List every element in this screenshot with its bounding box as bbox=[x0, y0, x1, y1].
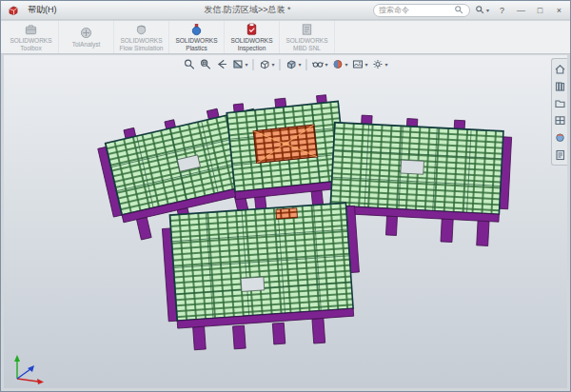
tab-label: SOLIDWORKS bbox=[230, 37, 272, 44]
mbd-icon bbox=[300, 23, 314, 36]
display-style-icon[interactable]: ▾ bbox=[284, 57, 302, 71]
tab-label: Plastics bbox=[186, 45, 207, 51]
search-placeholder: 搜索命令 bbox=[379, 5, 451, 15]
toolbar-separator bbox=[252, 59, 253, 70]
tab-label: Inspection bbox=[238, 45, 266, 51]
maximize-button[interactable]: □ bbox=[532, 3, 548, 17]
app-logo-icon bbox=[7, 4, 20, 17]
view-orientation-icon[interactable]: ▾ bbox=[257, 57, 275, 71]
heads-up-view-toolbar: ▾ ▾ ▾ bbox=[178, 56, 392, 72]
view-palette-icon[interactable] bbox=[554, 114, 566, 127]
apply-scene-icon[interactable]: ▾ bbox=[351, 57, 369, 71]
view-settings-icon[interactable]: ▾ bbox=[371, 57, 389, 71]
tab-label: Toolbox bbox=[20, 45, 41, 51]
chevron-down-icon: ▾ bbox=[298, 62, 301, 68]
ribbon-tab-mbd-snl[interactable]: SOLIDWORKS MBD SNL bbox=[280, 21, 335, 53]
file-explorer-icon[interactable] bbox=[554, 97, 566, 109]
solidworks-resources-icon[interactable] bbox=[554, 63, 566, 75]
tolanalyst-icon bbox=[79, 26, 93, 40]
chevron-down-icon: ▾ bbox=[325, 62, 327, 68]
ribbon-tab-tolanalyst[interactable]: TolAnalyst bbox=[59, 21, 114, 53]
graphics-viewport[interactable]: ▾ ▾ ▾ bbox=[4, 55, 567, 388]
menu-item-help[interactable]: 帮助(H) bbox=[23, 4, 62, 16]
tab-label: SOLIDWORKS bbox=[175, 37, 217, 44]
search-scope-dropdown[interactable]: ▾ bbox=[473, 5, 491, 15]
plastics-icon bbox=[189, 23, 204, 36]
tab-label: Flow Simulation bbox=[120, 45, 164, 51]
ribbon-tab-solidworks-toolbox[interactable]: SOLIDWORKS Toolbox bbox=[4, 21, 59, 53]
toolbox-icon bbox=[24, 23, 38, 36]
zoom-to-area-icon[interactable] bbox=[198, 57, 212, 71]
titlebar-right: 搜索命令 ▾ ? — □ × bbox=[373, 3, 567, 17]
close-button[interactable]: × bbox=[551, 3, 567, 17]
design-library-icon[interactable] bbox=[554, 80, 566, 92]
assembly-model-view[interactable] bbox=[4, 55, 567, 388]
minimize-button[interactable]: — bbox=[513, 3, 529, 17]
chevron-down-icon: ▾ bbox=[271, 62, 274, 68]
toolbar-separator bbox=[305, 59, 306, 70]
task-pane-strip bbox=[551, 58, 567, 166]
ribbon-tab-plastics[interactable]: SOLIDWORKS Plastics bbox=[169, 21, 225, 53]
flow-simulation-icon bbox=[134, 23, 148, 36]
appearances-scenes-icon[interactable] bbox=[554, 131, 566, 144]
coordinate-triad bbox=[10, 350, 48, 384]
chevron-down-icon: ▾ bbox=[486, 8, 489, 13]
zoom-to-fit-icon[interactable] bbox=[182, 57, 196, 71]
tab-label: MBD SNL bbox=[293, 45, 321, 51]
tab-label: SOLIDWORKS bbox=[120, 37, 162, 44]
ribbon-tab-flow-simulation[interactable]: SOLIDWORKS Flow Simulation bbox=[114, 21, 169, 53]
chevron-down-icon: ▾ bbox=[245, 62, 247, 68]
section-view-icon[interactable]: ▾ bbox=[230, 57, 248, 71]
ribbon-tab-inspection[interactable]: SOLIDWORKS Inspection bbox=[225, 21, 280, 53]
chevron-down-icon: ▾ bbox=[385, 62, 388, 68]
document-title: 发信.防涝区域>>总装 * bbox=[144, 4, 351, 16]
tab-label: TolAnalyst bbox=[72, 41, 101, 48]
title-bar: 帮助(H) 发信.防涝区域>>总装 * 搜索命令 ▾ ? — □ × bbox=[1, 1, 570, 20]
toolbar-separator bbox=[279, 59, 280, 70]
tab-label: SOLIDWORKS bbox=[10, 37, 51, 44]
help-button[interactable]: ? bbox=[494, 3, 510, 17]
search-input[interactable]: 搜索命令 bbox=[373, 4, 470, 17]
edit-appearance-icon[interactable]: ▾ bbox=[331, 57, 349, 71]
tab-label: SOLIDWORKS bbox=[286, 37, 327, 44]
search-dropdown-icon bbox=[475, 5, 485, 15]
hide-show-items-icon[interactable]: ▾ bbox=[310, 57, 328, 71]
previous-view-icon[interactable] bbox=[214, 57, 228, 71]
inspection-icon bbox=[245, 23, 259, 36]
solidworks-window: 帮助(H) 发信.防涝区域>>总装 * 搜索命令 ▾ ? — □ × bbox=[0, 0, 571, 392]
custom-properties-icon[interactable] bbox=[554, 148, 566, 161]
chevron-down-icon: ▾ bbox=[345, 62, 348, 68]
command-manager-ribbon: SOLIDWORKS Toolbox TolAnalyst SOLIDWORKS… bbox=[1, 21, 570, 54]
chevron-down-icon: ▾ bbox=[365, 62, 368, 68]
search-icon bbox=[454, 5, 464, 15]
